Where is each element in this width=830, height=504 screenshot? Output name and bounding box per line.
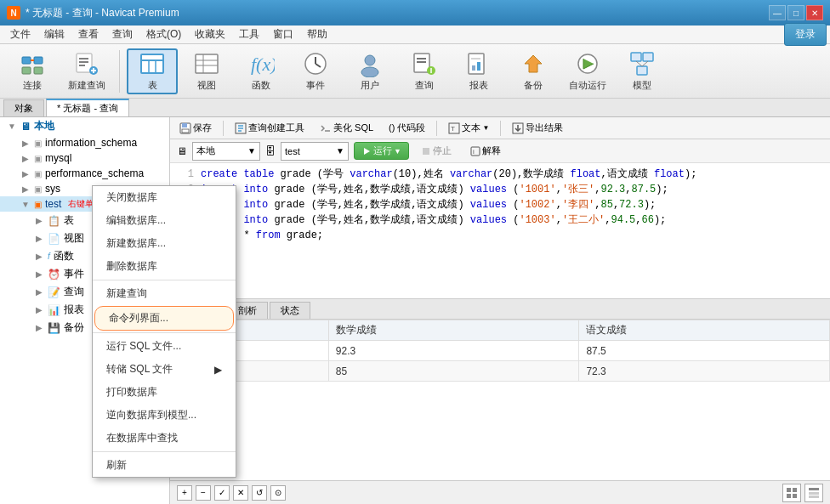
sidebar-local-icon: 🖥	[20, 121, 31, 133]
sidebar-item-local[interactable]: ▼ 🖥 本地	[0, 117, 169, 135]
minimize-button[interactable]: —	[769, 5, 786, 20]
text-button[interactable]: T 文本 ▼	[442, 119, 495, 137]
tab-object[interactable]: 对象	[3, 99, 44, 116]
confirm-button[interactable]: ✓	[214, 485, 230, 501]
code-editor[interactable]: 1 create table grade (学号 varchar(10),姓名 …	[170, 163, 830, 299]
ctx-dump-sql-arrow: ▶	[214, 364, 222, 376]
ctx-close-db[interactable]: 关闭数据库	[93, 186, 236, 209]
ctx-command-line[interactable]: 命令列界面...	[94, 306, 234, 331]
filter-button[interactable]: ⊙	[270, 485, 286, 501]
db-icon-info: ▣	[34, 139, 42, 148]
tree-toggle-backup: ▶	[34, 323, 44, 333]
toolbar-connect[interactable]: 连接	[7, 48, 58, 94]
menu-window[interactable]: 窗口	[266, 25, 300, 43]
ctx-sep-1	[93, 280, 236, 280]
connection-dropdown[interactable]: 本地 ▼	[192, 142, 260, 161]
ctx-dump-sql[interactable]: 转储 SQL 文件 ▶	[93, 358, 236, 381]
svg-text:T: T	[451, 125, 455, 133]
toolbar-user[interactable]: 用户	[344, 48, 395, 94]
add-row-button[interactable]: +	[177, 485, 192, 501]
sidebar-item-mysql[interactable]: ▶ ▣ mysql	[0, 150, 169, 166]
ctx-new-db[interactable]: 新建数据库...	[93, 232, 236, 255]
menu-query[interactable]: 查询	[105, 25, 139, 43]
svg-rect-0	[22, 57, 31, 64]
result-table: 姓名 数学成绩 语文成绩 张三 92.3 87.5 李四	[170, 320, 830, 480]
toolbar-autorun[interactable]: 自动运行	[562, 48, 613, 94]
refresh-button[interactable]: ↺	[252, 485, 267, 501]
create-tool-button[interactable]: 查询创建工具	[229, 119, 310, 137]
toolbar-view[interactable]: 视图	[181, 48, 232, 94]
run-label: 运行	[373, 144, 392, 157]
menu-view[interactable]: 查看	[71, 25, 105, 43]
db-icon-sys: ▣	[34, 184, 42, 194]
explain-button[interactable]: i 解释	[463, 143, 508, 159]
sidebar-reports-label: 报表	[64, 303, 84, 317]
toolbar-table[interactable]: 表	[127, 48, 178, 94]
tables-icon: 📋	[48, 215, 60, 227]
grid-view-button[interactable]	[782, 484, 801, 502]
explain-label: 解释	[482, 144, 501, 157]
table-row[interactable]: 张三 92.3 87.5	[171, 341, 830, 361]
toolbar-func-label: 函数	[252, 79, 270, 92]
ctx-delete-db[interactable]: 删除数据库	[93, 255, 236, 278]
menu-tools[interactable]: 工具	[232, 25, 266, 43]
tree-toggle-events: ▶	[34, 269, 44, 280]
table-row[interactable]: 李四 85 72.3	[171, 361, 830, 382]
ctx-print-db[interactable]: 打印数据库	[93, 381, 236, 404]
toolbar-view-label: 视图	[197, 79, 216, 92]
toolbar-backup[interactable]: 备份	[508, 48, 559, 94]
toolbar-newquery[interactable]: 新建查询	[61, 48, 112, 94]
toolbar-query[interactable]: 查询	[399, 48, 450, 94]
toolbar-autorun-label: 自动运行	[569, 79, 606, 92]
result-tab-status[interactable]: 状态	[270, 302, 310, 319]
svg-rect-31	[469, 54, 484, 74]
titlebar-controls[interactable]: — □ ✕	[769, 5, 823, 20]
bottom-right	[782, 484, 823, 502]
list-view-button[interactable]	[804, 484, 823, 502]
context-menu: 关闭数据库 编辑数据库... 新建数据库... 删除数据库 新建查询 命令列界面…	[92, 185, 236, 478]
run-button[interactable]: 运行 ▼	[354, 142, 409, 160]
ctx-edit-db[interactable]: 编辑数据库...	[93, 209, 236, 232]
views-icon: 📄	[48, 233, 60, 245]
ctx-reverse-model[interactable]: 逆向数据库到模型...	[93, 404, 236, 427]
menu-help[interactable]: 帮助	[300, 25, 334, 43]
code-snippet-button[interactable]: () 代码段	[383, 119, 431, 137]
menu-format[interactable]: 格式(O)	[139, 25, 188, 43]
text-dropdown-arrow: ▼	[482, 124, 489, 132]
stop-button[interactable]: 停止	[414, 143, 458, 159]
discard-button[interactable]: ✕	[233, 485, 248, 501]
menu-edit[interactable]: 编辑	[37, 25, 71, 43]
ctx-sep-2	[93, 332, 236, 333]
toolbar-func[interactable]: f(x) 函数	[236, 48, 287, 94]
toolbar-report[interactable]: 报表	[453, 48, 504, 94]
ctx-new-query[interactable]: 新建查询	[93, 282, 236, 305]
beautify-button[interactable]: 美化 SQL	[314, 119, 379, 137]
table-icon	[139, 50, 166, 77]
funcs-icon: f	[48, 252, 50, 261]
export-button[interactable]: 导出结果	[506, 119, 569, 137]
tab-query[interactable]: * 无标题 - 查询	[46, 99, 129, 116]
backup-icon-side: 💾	[48, 322, 60, 334]
database-dropdown[interactable]: test ▼	[281, 142, 349, 161]
code-line-3: 3 insert into grade (学号,姓名,数学成绩,语文成绩) va…	[177, 197, 823, 212]
toolbar-user-label: 用户	[361, 79, 379, 92]
ctx-refresh[interactable]: 刷新	[93, 454, 236, 477]
save-button[interactable]: 保存	[173, 119, 218, 137]
conn-bar-icon: 🖥	[177, 145, 187, 157]
sidebar-item-info-schema[interactable]: ▶ ▣ information_schema	[0, 135, 169, 150]
sidebar-item-perf[interactable]: ▶ ▣ performance_schema	[0, 166, 169, 181]
remove-row-button[interactable]: −	[196, 485, 211, 501]
login-button[interactable]: 登录	[784, 23, 827, 46]
menu-file[interactable]: 文件	[3, 25, 37, 43]
ctx-run-sql[interactable]: 运行 SQL 文件...	[93, 335, 236, 358]
close-button[interactable]: ✕	[806, 5, 823, 20]
code-snippet-label: () 代码段	[389, 122, 425, 134]
maximize-button[interactable]: □	[787, 5, 804, 20]
toolbar-event[interactable]: 事件	[290, 48, 341, 94]
toolbar-query-label: 查询	[415, 79, 434, 92]
toolbar-model[interactable]: 模型	[617, 48, 668, 94]
menu-favorites[interactable]: 收藏夹	[188, 25, 232, 43]
svg-text:f(x): f(x)	[251, 54, 275, 75]
tree-toggle-mysql: ▶	[20, 153, 31, 163]
ctx-find-in-db[interactable]: 在数据库中查找	[93, 427, 236, 450]
